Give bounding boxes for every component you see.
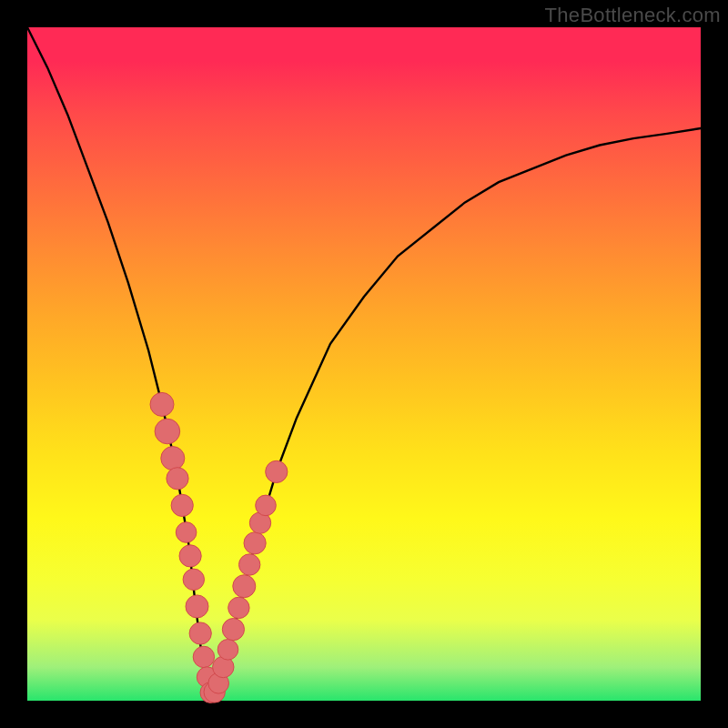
bottleneck-curve bbox=[27, 27, 701, 694]
bead-point bbox=[222, 619, 244, 641]
bead-point bbox=[244, 532, 266, 554]
bead-point bbox=[186, 595, 208, 618]
bead-point bbox=[256, 495, 277, 516]
bead-point bbox=[179, 545, 201, 567]
bead-point bbox=[161, 447, 185, 470]
bead-group bbox=[150, 392, 288, 703]
bead-point bbox=[239, 554, 260, 575]
bead-point bbox=[266, 460, 288, 482]
bead-point bbox=[155, 419, 180, 444]
bead-point bbox=[193, 646, 214, 667]
bead-point bbox=[233, 575, 256, 598]
bead-point bbox=[189, 622, 211, 644]
chart-svg bbox=[27, 27, 701, 701]
watermark-text: TheBottleneck.com bbox=[545, 4, 721, 27]
bead-point bbox=[176, 522, 197, 543]
bead-point bbox=[183, 569, 204, 590]
plot-area bbox=[27, 27, 701, 701]
bead-point bbox=[171, 494, 193, 516]
bead-point bbox=[217, 640, 238, 661]
bead-point bbox=[150, 392, 174, 416]
bead-point bbox=[167, 468, 188, 490]
outer-frame: TheBottleneck.com bbox=[0, 0, 728, 728]
bead-point bbox=[228, 597, 249, 618]
